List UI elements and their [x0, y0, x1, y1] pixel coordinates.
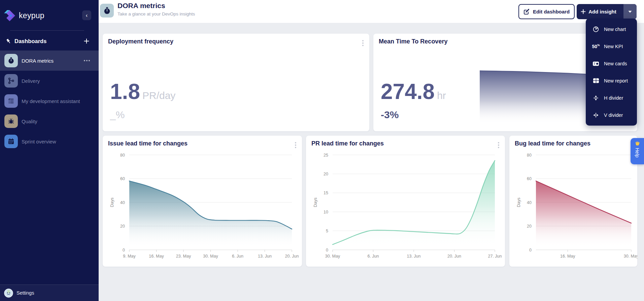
svg-text:16. May: 16. May [149, 254, 164, 259]
kpi-value: 1.8 [110, 81, 140, 102]
kpi-delta: -3% [381, 109, 399, 121]
svg-text:10: 10 [324, 210, 328, 214]
chart-card-issue-lead-time: Issue lead time for changes 0204060809. … [103, 136, 302, 267]
settings-button[interactable]: Settings [0, 285, 99, 301]
sidebar-item-dora-metrics[interactable]: DORA metrics [0, 51, 99, 71]
svg-text:40: 40 [120, 200, 125, 205]
svg-text:23. May: 23. May [176, 254, 191, 259]
help-button[interactable]: Help [631, 138, 644, 164]
kpi-value: 274.8 [381, 81, 435, 102]
kpi-unit: PR/day [142, 90, 175, 101]
add-insight-dropdown-toggle[interactable] [623, 4, 637, 19]
sidebar-item-label: DORA metrics [22, 58, 54, 64]
svg-text:20: 20 [527, 224, 532, 229]
svg-text:25: 25 [324, 153, 328, 158]
help-label: Help [635, 148, 640, 158]
edit-dashboard-button[interactable]: Edit dashboard [518, 4, 575, 19]
svg-text:30. May: 30. May [624, 254, 637, 259]
sidebar-item-label: Delivery [22, 78, 40, 84]
sidebar-nav: DORA metrics Delivery [0, 51, 99, 152]
menu-item-new-kpi[interactable]: 50% New KPI [586, 38, 637, 55]
edit-pencil-icon [523, 8, 530, 15]
sidebar-item-sprint-overview[interactable]: Sprint overview [0, 131, 99, 152]
git-merge-icon [4, 74, 18, 88]
sidebar-item-label: My development assistant [22, 98, 80, 104]
bug-lead-time-plot: 02040608016. May30. MayDays [509, 136, 637, 267]
add-dashboard-button[interactable] [83, 38, 90, 44]
svg-text:6. Jun: 6. Jun [232, 254, 243, 259]
add-insight-button[interactable]: Add insight [577, 4, 637, 19]
kpi-delta: _% [110, 109, 125, 121]
sidebar-item-label: Sprint overview [22, 139, 56, 144]
kpi-card-deployment-frequency: Deployment frequency 1.8 PR/day _% [103, 34, 369, 131]
svg-text:13. Jun: 13. Jun [258, 254, 272, 259]
report-table-icon [591, 78, 601, 83]
vertical-divider-icon [591, 112, 601, 118]
add-insight-menu: New chart 50% New KPI New cards [586, 19, 637, 126]
sidebar-item-my-development-assistant[interactable]: My development assistant [0, 91, 99, 111]
sidebar-section-dashboards: Dashboards [0, 35, 99, 47]
svg-text:40: 40 [527, 200, 532, 205]
checklist-icon [4, 94, 18, 108]
svg-text:9. May: 9. May [123, 254, 136, 259]
stopwatch-icon [4, 54, 18, 67]
svg-text:5: 5 [326, 229, 328, 233]
bug-icon [4, 114, 18, 128]
svg-text:13. Jun: 13. Jun [407, 254, 420, 259]
svg-text:Days: Days [110, 198, 114, 207]
kpi-unit: hr [437, 90, 446, 101]
svg-text:30. May: 30. May [203, 254, 218, 259]
dashboard-stopwatch-icon [100, 4, 114, 18]
svg-text:20: 20 [120, 224, 125, 229]
brand-logo[interactable]: keypup [3, 9, 44, 22]
caret-down-icon [628, 10, 632, 13]
chevron-left-icon: ‹ [86, 12, 88, 19]
menu-item-new-chart[interactable]: New chart [586, 21, 637, 38]
sidebar-collapse-button[interactable]: ‹ [82, 10, 91, 20]
svg-text:60: 60 [527, 176, 532, 181]
svg-text:20: 20 [324, 172, 328, 176]
svg-text:Days: Days [516, 198, 521, 207]
sidebar-item-label: Quality [22, 119, 37, 124]
menu-item-new-cards[interactable]: New cards [586, 55, 637, 72]
svg-text:0: 0 [529, 248, 532, 253]
sidebar: keypup ‹ Dashboards [0, 0, 99, 301]
svg-text:30. May: 30. May [325, 254, 340, 259]
sidebar-divider [10, 30, 84, 31]
dashboard-options-button[interactable] [84, 60, 90, 61]
svg-text:15: 15 [324, 191, 328, 195]
issue-lead-time-plot: 0204060809. May16. May23. May30. May6. J… [103, 136, 302, 267]
sidebar-item-quality[interactable]: Quality [0, 111, 99, 131]
cards-icon [591, 61, 601, 67]
svg-text:80: 80 [527, 153, 532, 158]
svg-text:0: 0 [326, 248, 328, 253]
pie-chart-icon [591, 26, 601, 33]
svg-text:27. Jun: 27. Jun [488, 254, 502, 259]
calendar-icon [4, 135, 18, 148]
svg-text:6. Jun: 6. Jun [367, 254, 379, 259]
settings-label: Settings [16, 290, 34, 296]
app-root: keypup ‹ Dashboards [0, 0, 644, 301]
section-label: Dashboards [14, 38, 46, 44]
svg-text:16. May: 16. May [560, 254, 575, 259]
card-menu-button[interactable] [361, 39, 365, 47]
plus-icon [581, 9, 586, 14]
fifty-percent-icon: 50% [591, 43, 601, 49]
chart-card-bug-lead-time: Bug lead time for changes 02040608016. M… [509, 136, 637, 267]
menu-item-new-report[interactable]: New report [586, 72, 637, 89]
svg-text:80: 80 [120, 153, 125, 158]
edit-dashboard-label: Edit dashboard [533, 9, 570, 14]
avatar [4, 289, 13, 298]
svg-text:20. Jun: 20. Jun [285, 254, 299, 259]
menu-item-h-divider[interactable]: H divider [586, 89, 637, 106]
menu-item-v-divider[interactable]: V divider [586, 106, 637, 124]
brand-name: keypup [19, 11, 44, 20]
horizontal-divider-icon [591, 95, 601, 101]
pr-lead-time-plot: 051015202530. May6. Jun13. Jun20. Jun27.… [306, 136, 505, 267]
sidebar-item-delivery[interactable]: Delivery [0, 71, 99, 91]
page-subtitle: Take a glance at your DevOps insights [117, 11, 195, 16]
keypup-logo-icon [3, 9, 16, 22]
svg-text:Days: Days [313, 198, 318, 207]
add-insight-main[interactable]: Add insight [577, 4, 620, 19]
kpi-title: Mean Time To Recovery [379, 38, 447, 45]
